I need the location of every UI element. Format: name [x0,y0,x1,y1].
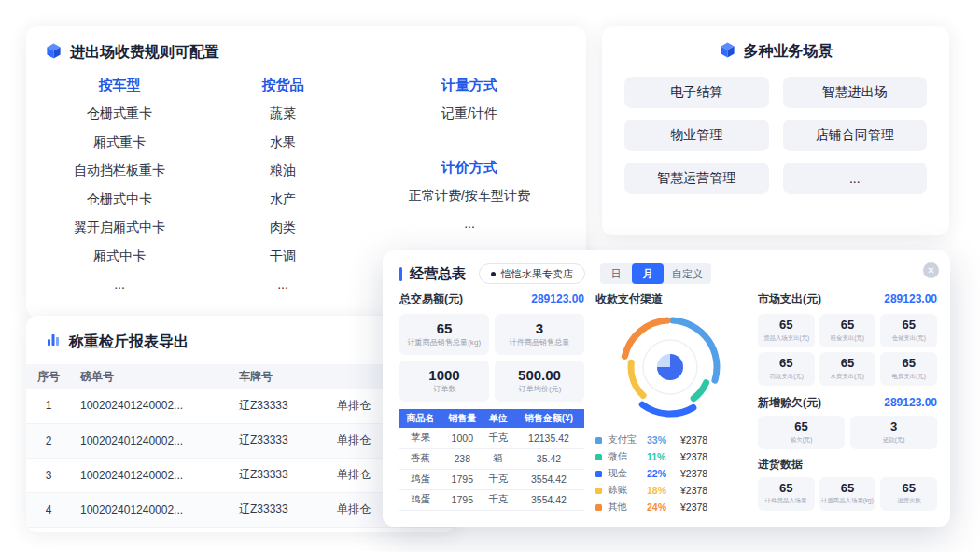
rule-item: 厢式重卡 [26,128,213,157]
rule-item-ellipsis: ... [26,270,213,299]
payment-channels-section: 收款支付渠道 支付宝 33% ¥2378 [595,291,745,516]
table-row: 鸡蛋 1795 千克 3554.42 [399,489,584,510]
legend-percent: 24% [647,502,675,513]
stat-box: 1000 订单数 [399,361,489,402]
table-row: 苹果 1000 千克 12135.42 [399,428,584,448]
header-cell: 单位 [483,409,513,428]
scenario-button-more[interactable]: ... [783,163,928,194]
stat-label: 水费支出(元) [831,372,864,380]
legend-row: 支付宝 33% ¥2378 [595,432,745,448]
card-title: 进出场收费规则可配置 [70,43,219,63]
store-dot-icon [491,272,496,276]
cell: 箱 [483,448,513,469]
stat-value: 65 [779,357,792,371]
cell: 鸡蛋 [399,489,441,510]
stat-box: 3 计件商品销售总量 [495,314,584,355]
cell-plate: 辽Z33333 [230,458,328,492]
cell-ticket: 100202401240002... [71,492,230,527]
legend-percent: 33% [647,434,675,446]
table-row: 香蕉 238 箱 35.42 [399,448,584,469]
cell-no: 3 [26,458,71,492]
cell: 1795 [441,489,483,510]
rule-item: 记重/计件 [353,99,586,128]
legend-percent: 18% [647,485,675,496]
legend-row: 赊账 18% ¥2378 [595,482,745,499]
legend-percent: 11% [647,451,675,462]
rule-item: 肉类 [213,213,353,242]
card-business-summary: 经营总表 恺恺水果专卖店 日 月 自定义 ✕ 总交易额(元) 289123.00 [383,250,950,527]
scenario-button-operation[interactable]: 智慧运营管理 [624,163,769,194]
scenario-button-contract[interactable]: 店铺合同管理 [783,120,928,151]
legend-name: 支付宝 [608,433,641,446]
scenario-button-entry-exit[interactable]: 智慧进出场 [783,77,928,108]
tab-month[interactable]: 月 [632,263,664,284]
tab-day[interactable]: 日 [600,263,632,284]
scenario-button-property[interactable]: 物业管理 [624,120,769,151]
cell-no: 2 [26,423,71,458]
legend-row: 微信 11% ¥2378 [595,448,745,465]
close-button[interactable]: ✕ [923,262,939,278]
legend-amount: ¥2378 [680,485,707,496]
market-expense-label: 市场支出(元) [758,291,821,307]
stat-value: 65 [841,482,854,496]
cell: 3554.42 [513,469,584,489]
stat-box: 65 进货次数 [880,477,937,511]
legend-row: 其他 24% ¥2378 [595,499,745,516]
column-header-goods: 按货品 [213,71,353,99]
store-selector[interactable]: 恺恺水果专卖店 [479,263,585,284]
cell: 香蕉 [399,448,441,469]
stat-label: 计重商品销售总量(kg) [408,337,482,348]
legend-name: 赊账 [608,484,641,497]
rule-item: 厢式中卡 [26,242,213,271]
stat-label: 赊欠(元) [791,435,812,444]
legend-swatch [595,504,602,511]
vehicle-type-column: 按车型 仓栅式重卡 厢式重卡 自动挡栏板重卡 仓栅式中卡 翼开启厢式中卡 厢式中… [26,71,213,299]
rule-item: 正常计费/按车型计费 [353,181,586,210]
stat-box: 65 赊欠(元) [758,416,845,449]
stat-box: 65 仓储支出(元) [880,314,937,347]
legend-swatch [595,488,602,494]
legend-swatch [595,437,602,444]
stat-box: 65 计重商品入场量(kg) [819,477,876,511]
cell-ticket: 100202401240002... [71,458,230,492]
stat-value: 65 [779,482,792,496]
card-title: 多种业务场景 [744,42,833,62]
cell-plate: 辽Z33333 [230,492,328,527]
scenario-button-settlement[interactable]: 电子结算 [624,77,769,108]
stat-label: 还款(元) [883,435,904,444]
stat-label: 罚款支出(元) [769,372,803,380]
stat-box: 65 计重商品销售总量(kg) [399,314,489,355]
expense-section: 市场支出(元) 289123.00 65 货品入场支出(元) 65 租金支出(元… [758,291,937,516]
cell-ticket: 100202401240002... [71,389,230,423]
rule-item: 水产 [213,185,353,214]
stat-label: 进货次数 [897,497,921,505]
goods-column: 按货品 蔬菜 水果 粮油 水产 肉类 干调 ... [213,71,353,299]
stat-label: 计件货品入场量 [765,497,807,505]
sales-section: 总交易额(元) 289123.00 65 计重商品销售总量(kg) 3 计件商品… [399,291,584,516]
cell-plate: 辽Z33333 [230,423,328,458]
cell: 千克 [483,489,513,510]
card-scenarios: 多种业务场景 电子结算 智慧进出场 物业管理 店铺合同管理 智慧运营管理 ... [602,26,949,235]
rule-item: 仓栅式重卡 [26,99,213,128]
rule-item: 蔬菜 [213,99,353,128]
product-sales-table: 商品名 销售量 单位 销售金额(¥) 苹果 1000 千克 12135.42 [399,409,584,511]
period-tabs: 日 月 自定义 [600,263,711,284]
rule-item: 翼开启厢式中卡 [26,213,213,242]
header-cell: 销售量 [441,409,483,428]
stat-label: 订单均价(元) [518,384,561,395]
market-expense-value: 289123.00 [884,292,937,305]
purchase-data-label: 进货数据 [758,457,803,473]
rule-item: 水果 [213,128,353,157]
stat-box: 65 计件货品入场量 [758,477,815,511]
cell: 12135.42 [513,428,584,448]
header-cell: 销售金额(¥) [513,409,584,428]
header-cell-ticket: 磅单号 [71,364,230,389]
close-icon: ✕ [927,266,934,276]
cell: 35.42 [513,448,584,469]
stat-value: 65 [841,357,854,371]
column-header-measure: 计量方式 [353,71,586,99]
card-title: 称重检斤报表导出 [69,333,189,352]
stat-value: 65 [841,318,854,333]
stat-value: 3 [890,420,897,434]
tab-custom[interactable]: 自定义 [664,263,711,284]
